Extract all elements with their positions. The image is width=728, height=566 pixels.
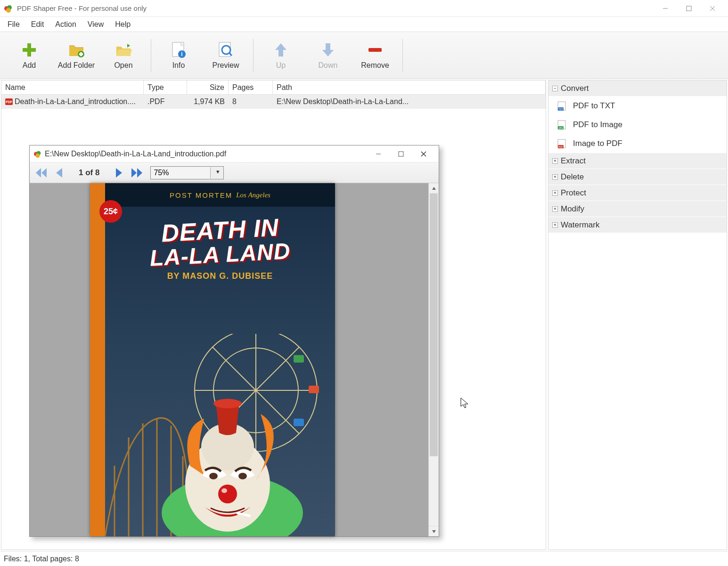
arrow-up-icon: [272, 41, 289, 58]
svg-point-55: [213, 399, 242, 408]
expand-icon: +: [552, 206, 558, 212]
menu-help[interactable]: Help: [109, 18, 136, 31]
titlebar: PDF Shaper Free - For personal use only: [0, 0, 728, 17]
group-protect[interactable]: + Protect: [548, 185, 727, 201]
side-item-image-to-pdf[interactable]: PDF Image to PDF: [548, 134, 727, 153]
collapse-icon: −: [552, 86, 558, 91]
svg-text:i: i: [181, 51, 182, 57]
preview-toolbar: 1 of 8: [30, 162, 439, 183]
group-convert[interactable]: − Convert: [548, 81, 727, 97]
status-text: Files: 1, Total pages: 8: [4, 555, 79, 563]
file-table-header: Name Type Size Pages Path: [1, 81, 546, 95]
preview-button[interactable]: Preview: [202, 34, 249, 77]
cover-illustration: [96, 334, 335, 536]
open-button[interactable]: Open: [100, 34, 147, 77]
table-row[interactable]: PDF Death-in-La-La-Land_introduction....…: [1, 95, 546, 109]
svg-text:TXT: TXT: [558, 108, 563, 111]
add-button[interactable]: Add: [6, 34, 53, 77]
svg-text:PDF: PDF: [6, 100, 13, 104]
toolbar-separator: [402, 39, 403, 72]
page-indicator: 1 of 8: [69, 168, 109, 178]
scroll-down-icon[interactable]: [429, 526, 439, 536]
group-delete[interactable]: + Delete: [548, 169, 727, 185]
preview-content: POST MORTEM Los Angeles 25¢ DEATH IN LA-…: [30, 183, 439, 536]
cover-body: DEATH IN LA-LA LAND BY MASON G. DUBISEE: [105, 207, 335, 536]
svg-point-57: [238, 473, 247, 479]
column-pages[interactable]: Pages: [229, 81, 273, 94]
cover-header: POST MORTEM Los Angeles: [105, 183, 335, 207]
group-watermark[interactable]: + Watermark: [548, 217, 727, 233]
svg-point-32: [36, 154, 40, 158]
minus-icon: [367, 41, 384, 58]
pdf-page: POST MORTEM Los Angeles 25¢ DEATH IN LA-…: [90, 183, 335, 536]
remove-button[interactable]: Remove: [352, 34, 399, 77]
column-size[interactable]: Size: [187, 81, 229, 94]
preview-window: E:\New Desktop\Death-in-La-La-Land_intro…: [29, 145, 439, 537]
cover-price: 25¢: [99, 200, 122, 223]
statusbar: Files: 1, Total pages: 8: [0, 551, 728, 566]
side-item-pdf-to-txt[interactable]: TXT PDF to TXT: [548, 97, 727, 115]
group-extract[interactable]: + Extract: [548, 153, 727, 169]
info-icon: i: [170, 41, 187, 58]
svg-rect-45: [294, 419, 304, 426]
folder-plus-icon: [68, 41, 85, 58]
app-icon: [4, 4, 13, 13]
svg-rect-43: [294, 355, 304, 363]
close-button[interactable]: [701, 1, 724, 16]
menu-edit[interactable]: Edit: [25, 18, 50, 31]
svg-rect-18: [368, 48, 382, 52]
prev-page-button[interactable]: [51, 165, 67, 181]
expand-icon: +: [552, 222, 558, 228]
column-name[interactable]: Name: [1, 81, 144, 94]
expand-icon: +: [552, 158, 558, 164]
menu-action[interactable]: Action: [49, 18, 82, 31]
add-folder-button[interactable]: Add Folder: [53, 34, 100, 77]
svg-rect-44: [309, 386, 319, 393]
toolbar: Add Add Folder Open i Info Preview Up Do…: [0, 32, 728, 79]
down-button[interactable]: Down: [304, 34, 352, 77]
expand-icon: +: [552, 174, 558, 180]
jpg-icon: JPG: [557, 120, 567, 130]
file-name: Death-in-La-La-Land_introduction....: [15, 97, 136, 106]
file-pages: 8: [229, 96, 273, 108]
file-type: .PDF: [144, 96, 187, 108]
first-page-button[interactable]: [33, 165, 49, 181]
group-modify[interactable]: + Modify: [548, 201, 727, 217]
svg-point-56: [209, 473, 218, 479]
svg-rect-11: [79, 53, 83, 55]
preview-minimize-button[interactable]: [367, 146, 390, 162]
preview-titlebar: E:\New Desktop\Death-in-La-La-Land_intro…: [30, 146, 439, 162]
minimize-button[interactable]: [654, 1, 677, 16]
preview-scrollbar[interactable]: [428, 183, 439, 536]
pdf-icon: PDF: [5, 98, 13, 105]
svg-text:PDF: PDF: [558, 146, 563, 148]
file-size: 1,974 KB: [187, 96, 229, 108]
svg-rect-4: [687, 6, 691, 11]
plus-icon: [21, 41, 38, 58]
side-item-pdf-to-image[interactable]: JPG PDF to Image: [548, 115, 727, 134]
column-type[interactable]: Type: [144, 81, 187, 94]
side-panel: − Convert TXT PDF to TXT JPG PDF to Imag…: [548, 80, 727, 550]
preview-close-button[interactable]: [412, 146, 435, 162]
svg-rect-8: [23, 48, 36, 52]
scroll-thumb[interactable]: [430, 194, 438, 456]
file-path: E:\New Desktop\Death-in-La-La-Land...: [273, 96, 546, 108]
expand-icon: +: [552, 190, 558, 196]
next-page-button[interactable]: [111, 165, 127, 181]
menu-view[interactable]: View: [82, 18, 109, 31]
maximize-button[interactable]: [677, 1, 701, 16]
pdf-file-icon: PDF: [557, 138, 567, 149]
scroll-up-icon[interactable]: [429, 183, 439, 194]
folder-open-icon: [115, 41, 132, 58]
svg-point-2: [6, 8, 11, 13]
info-button[interactable]: i Info: [155, 34, 202, 77]
app-icon: [33, 150, 42, 158]
up-button[interactable]: Up: [257, 34, 304, 77]
preview-maximize-button[interactable]: [390, 146, 412, 162]
zoom-select[interactable]: [150, 166, 224, 179]
menu-file[interactable]: File: [2, 18, 25, 31]
last-page-button[interactable]: [129, 165, 145, 181]
column-path[interactable]: Path: [273, 81, 546, 94]
magnifier-icon: [217, 41, 234, 58]
cover-author: BY MASON G. DUBISEE: [105, 271, 335, 281]
